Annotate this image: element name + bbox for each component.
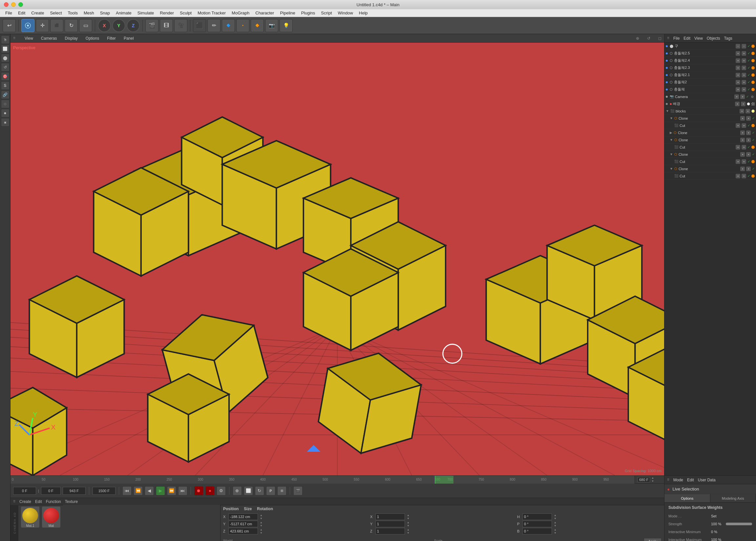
auto-key-button[interactable]: ⚙ bbox=[217, 486, 226, 495]
pos-z-down[interactable]: ▼ bbox=[260, 531, 263, 534]
obj-row-clone-5[interactable]: ▼ ⬡ Clone ▪ ▪ ✓ bbox=[664, 165, 756, 173]
go-end-button[interactable]: ⏭ bbox=[178, 486, 187, 495]
expand-arrow[interactable]: ▼ bbox=[670, 153, 673, 156]
render-toggle[interactable]: ▪ bbox=[742, 87, 746, 92]
scale-button[interactable]: ⬛ bbox=[50, 19, 63, 32]
rph-objects[interactable]: Objects bbox=[707, 36, 720, 41]
render-toggle[interactable]: ▪ bbox=[742, 159, 746, 164]
visibility-toggle[interactable]: ▪ bbox=[736, 123, 740, 128]
left-tool-cursor[interactable]: 🖱 bbox=[1, 35, 10, 44]
menu-item-help[interactable]: Help bbox=[356, 10, 370, 16]
size-x-down[interactable]: ▼ bbox=[407, 517, 409, 520]
visibility-toggle[interactable]: ▪ bbox=[736, 66, 740, 70]
pos-y-input[interactable] bbox=[228, 521, 258, 527]
visibility-toggle[interactable]: ▪ bbox=[736, 159, 740, 164]
frame-down[interactable]: ▼ bbox=[651, 480, 654, 483]
obj-row-cut-2[interactable]: ⬛ Cut ▪ ▪ ✓ bbox=[664, 144, 756, 151]
material-mat[interactable]: Mat bbox=[42, 507, 60, 528]
axis-x-button[interactable]: X bbox=[98, 19, 111, 32]
expand-arrow[interactable]: ▶ bbox=[670, 131, 672, 135]
menu-item-create[interactable]: Create bbox=[29, 10, 47, 16]
left-tool-target[interactable]: 🎯 bbox=[1, 72, 10, 81]
pos-x-input[interactable] bbox=[228, 513, 258, 520]
camera-button[interactable]: 📷 bbox=[265, 19, 278, 32]
viewport-menu-cameras[interactable]: Cameras bbox=[40, 35, 58, 41]
viewport-canvas[interactable]: X Y Z Perspective Grid Spacing: 1000 cm bbox=[11, 43, 664, 475]
render-toggle[interactable]: ▪ bbox=[742, 51, 746, 56]
pen-button[interactable]: ✏ bbox=[207, 19, 221, 32]
visibility-toggle[interactable]: ▪ bbox=[736, 58, 740, 63]
pos-y-down[interactable]: ▼ bbox=[260, 524, 263, 527]
render-toggle[interactable]: ▪ bbox=[742, 174, 746, 178]
render-toggle[interactable]: ▪ bbox=[740, 94, 745, 99]
menu-item-edit[interactable]: Edit bbox=[15, 10, 28, 16]
play-button[interactable]: ▶ bbox=[156, 486, 165, 495]
ph-userdata[interactable]: User Data bbox=[698, 478, 716, 482]
rph-edit[interactable]: Edit bbox=[683, 36, 690, 41]
move-button[interactable]: ✛ bbox=[36, 19, 49, 32]
viewport-menu-view[interactable]: View bbox=[23, 35, 34, 41]
obj-row-clone-3[interactable]: ▼ ⬡ Clone ▪ ▪ ✓ bbox=[664, 136, 756, 144]
obj-row-cut-3[interactable]: ⬛ Cut ▪ ▪ ✓ bbox=[664, 158, 756, 165]
axis-y-button[interactable]: Y bbox=[112, 19, 125, 32]
pos-z-input[interactable] bbox=[228, 528, 258, 534]
visibility-toggle[interactable]: ▪ bbox=[740, 131, 745, 135]
pos-x-down[interactable]: ▼ bbox=[260, 517, 263, 520]
obj-row-cut-1[interactable]: ⬛ Cut ▪ ▪ ✓ bbox=[664, 122, 756, 129]
grid-key-button[interactable]: ⊞ bbox=[277, 486, 286, 495]
rot-p-down[interactable]: ▼ bbox=[554, 524, 557, 527]
expand-arrow[interactable]: ▼ bbox=[670, 138, 673, 142]
render-toggle[interactable]: ▪ bbox=[746, 131, 751, 135]
mat-menu-create[interactable]: Create bbox=[19, 499, 31, 504]
path-button[interactable]: P bbox=[266, 486, 275, 495]
render-toggle[interactable]: ▪ bbox=[742, 58, 746, 63]
menu-item-file[interactable]: File bbox=[3, 10, 15, 16]
obj-row-clone-4[interactable]: ▼ ⬡ Clone ▪ ▪ ✓ bbox=[664, 151, 756, 158]
menu-item-window[interactable]: Window bbox=[335, 10, 356, 16]
obj-row-camera[interactable]: 📷 Camera ▪ ▪ ✓ ⊙ bbox=[664, 93, 756, 100]
obj-row-collider25[interactable]: ⬡ 충돌체2.5 ▪ ▪ ✓ bbox=[664, 50, 756, 57]
menu-item-select[interactable]: Select bbox=[47, 10, 64, 16]
left-tool-hex2[interactable]: ⬢ bbox=[1, 109, 10, 117]
size-z-up[interactable]: ▲ bbox=[407, 528, 409, 531]
obj-row-collider21[interactable]: ⬡ 충돌체2.1 ▪ ▪ ✓ bbox=[664, 72, 756, 79]
obj-row-blocks[interactable]: ▼ ⬛ blocks ▪ ▪ bbox=[664, 108, 756, 115]
left-tool-chain[interactable]: 🔗 bbox=[1, 91, 10, 99]
rph-view[interactable]: View bbox=[694, 36, 703, 41]
pos-z-up[interactable]: ▲ bbox=[260, 528, 263, 531]
render-toggle[interactable]: ▪ bbox=[745, 109, 750, 114]
rot-b-down[interactable]: ▼ bbox=[554, 531, 557, 534]
rot-b-input[interactable] bbox=[522, 528, 552, 534]
render-toggle[interactable]: ▪ bbox=[742, 44, 746, 49]
rot-p-input[interactable] bbox=[522, 521, 552, 527]
apply-button[interactable]: Apply bbox=[644, 538, 661, 541]
left-tool-rotate[interactable]: ↺ bbox=[1, 63, 10, 72]
visibility-toggle[interactable]: ▪ bbox=[740, 116, 745, 121]
visibility-toggle[interactable]: ▪ bbox=[736, 145, 740, 150]
render-toggle[interactable]: ▪ bbox=[746, 167, 751, 171]
render-toggle[interactable]: ▪ bbox=[741, 102, 745, 106]
left-tool-rect[interactable]: ⬜ bbox=[1, 45, 10, 53]
render-toggle[interactable]: ▪ bbox=[746, 138, 751, 142]
select-rect-button[interactable]: ▭ bbox=[79, 19, 92, 32]
render-to-picture-viewer[interactable]: 🎬 bbox=[145, 19, 158, 32]
size-x-input[interactable] bbox=[375, 513, 405, 520]
rph-tags[interactable]: Tags bbox=[724, 36, 732, 41]
menu-item-animate[interactable]: Animate bbox=[113, 10, 134, 16]
obj-row-collider24[interactable]: ⬡ 충돌체2.4 ▪ ▪ ✓ bbox=[664, 57, 756, 64]
axis-z-button[interactable]: Z bbox=[127, 19, 140, 32]
render-toggle[interactable]: ▪ bbox=[742, 73, 746, 77]
visibility-toggle[interactable]: ▪ bbox=[740, 167, 745, 171]
size-y-input[interactable] bbox=[375, 521, 405, 527]
visibility-toggle[interactable]: ▪ bbox=[740, 138, 745, 142]
render-toggle[interactable]: ▪ bbox=[742, 145, 746, 150]
render-toggle[interactable]: ▪ bbox=[746, 152, 751, 157]
current-frame-display[interactable]: 680 F bbox=[638, 477, 650, 482]
rot-h-input[interactable] bbox=[522, 513, 552, 520]
key-button[interactable]: ⬜ bbox=[244, 486, 253, 495]
menu-item-mograph[interactable]: MoGraph bbox=[229, 10, 252, 16]
mat-menu-texture[interactable]: Texture bbox=[65, 499, 78, 504]
size-z-down[interactable]: ▼ bbox=[407, 531, 409, 534]
step-back-button[interactable]: ⏪ bbox=[134, 486, 143, 495]
left-tool-hex1[interactable]: ⬡ bbox=[1, 100, 10, 108]
